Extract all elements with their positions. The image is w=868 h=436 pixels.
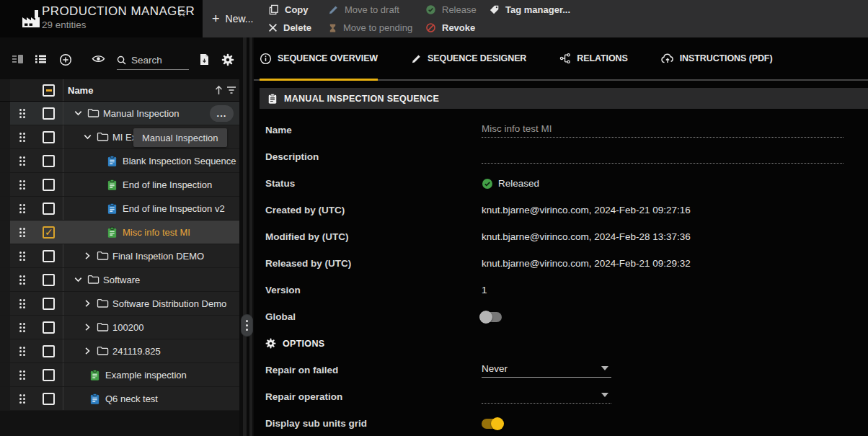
- tab-sequence-overview[interactable]: SEQUENCE OVERVIEW: [260, 37, 378, 79]
- search-box: [117, 55, 189, 70]
- row-checkbox[interactable]: [43, 321, 55, 334]
- tree-row[interactable]: End of line Inspection ...: [0, 173, 239, 197]
- drag-handle-icon[interactable]: [10, 387, 35, 410]
- field-version: Version 1: [254, 277, 868, 303]
- select-all-checkbox[interactable]: [43, 84, 55, 97]
- relations-icon: [559, 53, 571, 64]
- search-input[interactable]: [131, 55, 182, 66]
- chevron-icon[interactable]: [81, 250, 93, 262]
- inspection-item-icon: [107, 179, 119, 191]
- row-checkbox[interactable]: [43, 345, 55, 357]
- chevron-icon[interactable]: [72, 107, 84, 119]
- row-checkbox[interactable]: [43, 155, 55, 167]
- description-input[interactable]: [482, 151, 843, 164]
- row-checkbox[interactable]: [43, 131, 55, 143]
- repair-operation-dropdown[interactable]: [482, 391, 611, 404]
- delete-button[interactable]: Delete: [268, 21, 311, 35]
- drag-handle-icon[interactable]: [10, 197, 35, 220]
- tree-row[interactable]: Final Inspetion DEMO ...: [0, 244, 239, 268]
- drag-handle-icon[interactable]: [10, 292, 35, 315]
- new-button[interactable]: + New...: [212, 0, 253, 37]
- clipboard-icon: [267, 93, 278, 104]
- chevron-icon[interactable]: [81, 345, 93, 357]
- tree-row[interactable]: Software ...: [0, 268, 239, 292]
- drag-handle-icon[interactable]: [10, 173, 35, 196]
- options-title: OPTIONS: [283, 339, 324, 349]
- chevron-down-icon: [601, 366, 608, 370]
- cloud-upload-icon: [661, 53, 674, 63]
- drag-handle-icon[interactable]: [10, 268, 35, 291]
- main-toolbar: + New... Copy Delete Move to draft Move …: [203, 0, 868, 37]
- report-file-icon[interactable]: [199, 53, 210, 66]
- drag-handle-icon[interactable]: [10, 102, 35, 125]
- global-toggle[interactable]: [482, 312, 502, 322]
- panel-toggle-icon[interactable]: [12, 53, 24, 65]
- release-button[interactable]: Release: [425, 3, 477, 17]
- block-icon: [425, 22, 436, 33]
- tab-sequence-designer[interactable]: SEQUENCE DESIGNER: [411, 37, 526, 79]
- drag-handle-icon[interactable]: [10, 316, 35, 339]
- tree-row[interactable]: End of line Inspection v2 ...: [0, 197, 239, 221]
- drag-handle-icon[interactable]: [10, 149, 35, 172]
- tree-row[interactable]: Software Distribution Demo ...: [0, 292, 239, 316]
- tab-instructions-pdf[interactable]: INSTRUCTIONS (PDF): [661, 37, 773, 79]
- tree-row[interactable]: Example inspection ...: [0, 363, 239, 387]
- name-input[interactable]: Misc info test MI: [482, 123, 843, 138]
- display-sub-units-toggle[interactable]: [482, 419, 502, 429]
- tree-row[interactable]: Manual Inspection ...: [0, 102, 239, 125]
- repair-on-failed-dropdown[interactable]: Never: [482, 363, 611, 378]
- drag-handle-icon[interactable]: [10, 125, 35, 148]
- field-created-by: Created by (UTC) knut.bjarne@virinco.com…: [254, 197, 868, 223]
- chevron-icon[interactable]: [81, 131, 93, 143]
- row-checkbox[interactable]: [43, 226, 55, 239]
- tag-manager-button[interactable]: Tag manager...: [489, 3, 570, 17]
- filter-icon[interactable]: [226, 86, 236, 94]
- inspection-item-icon: [107, 226, 119, 239]
- row-checkbox[interactable]: [43, 250, 55, 262]
- sort-ascending-icon[interactable]: [214, 85, 223, 95]
- tree-row[interactable]: Misc info test MI ...: [0, 221, 239, 244]
- pencil-icon: [411, 53, 422, 64]
- splitter-handle[interactable]: [241, 314, 253, 337]
- row-checkbox[interactable]: [43, 369, 55, 381]
- tree-row[interactable]: 241119.825 ...: [0, 339, 239, 363]
- row-checkbox[interactable]: [43, 298, 55, 310]
- tree-row[interactable]: Blank Inspection Sequence ...: [0, 149, 239, 173]
- chevron-icon[interactable]: [81, 321, 93, 333]
- factory-logo-icon: [20, 8, 42, 30]
- modified-by-value: knut.bjarne@virinco.com, 2024-Feb-28 13:…: [482, 231, 691, 242]
- add-entity-icon[interactable]: [59, 53, 72, 66]
- settings-gear-icon[interactable]: [221, 53, 234, 66]
- row-checkbox[interactable]: [43, 107, 55, 120]
- row-checkbox[interactable]: [43, 203, 55, 215]
- copy-button[interactable]: Copy: [268, 3, 311, 17]
- row-checkbox[interactable]: [43, 393, 55, 405]
- folder-icon: [87, 274, 99, 286]
- chevron-icon[interactable]: [81, 298, 93, 309]
- folder-icon: [97, 321, 109, 334]
- inspection-item-icon: [89, 393, 102, 405]
- drag-handle-icon[interactable]: [10, 363, 35, 386]
- field-modified-by: Modified by (UTC) knut.bjarne@virinco.co…: [254, 223, 868, 250]
- row-checkbox[interactable]: [43, 179, 55, 191]
- row-menu-button[interactable]: ...: [210, 105, 234, 122]
- visibility-eye-icon[interactable]: [92, 53, 105, 64]
- tree-tooltip: Manual Inspection: [133, 128, 227, 147]
- created-by-value: knut.bjarne@virinco.com, 2024-Feb-21 09:…: [482, 205, 691, 215]
- tab-relations[interactable]: RELATIONS: [559, 37, 627, 79]
- tree-row[interactable]: Q6 neck test ...: [0, 387, 239, 411]
- drag-handle-icon[interactable]: [10, 221, 35, 244]
- favorite-star-icon[interactable]: ☆: [177, 6, 187, 19]
- drag-handle-icon[interactable]: [10, 339, 35, 362]
- detail-tabs: SEQUENCE OVERVIEW SEQUENCE DESIGNER RELA…: [254, 37, 868, 81]
- entity-tree: Name Manual Inspection Manual Inspection…: [0, 79, 239, 436]
- drag-handle-icon[interactable]: [10, 244, 35, 267]
- move-to-draft-button[interactable]: Move to draft: [328, 3, 412, 17]
- revoke-button[interactable]: Revoke: [425, 21, 477, 35]
- info-circle-icon: [260, 53, 272, 65]
- list-view-icon[interactable]: [35, 53, 47, 65]
- chevron-icon[interactable]: [72, 274, 84, 285]
- move-to-pending-button[interactable]: Move to pending: [328, 21, 412, 35]
- row-checkbox[interactable]: [43, 274, 55, 286]
- tree-row[interactable]: 100200 ...: [0, 316, 239, 339]
